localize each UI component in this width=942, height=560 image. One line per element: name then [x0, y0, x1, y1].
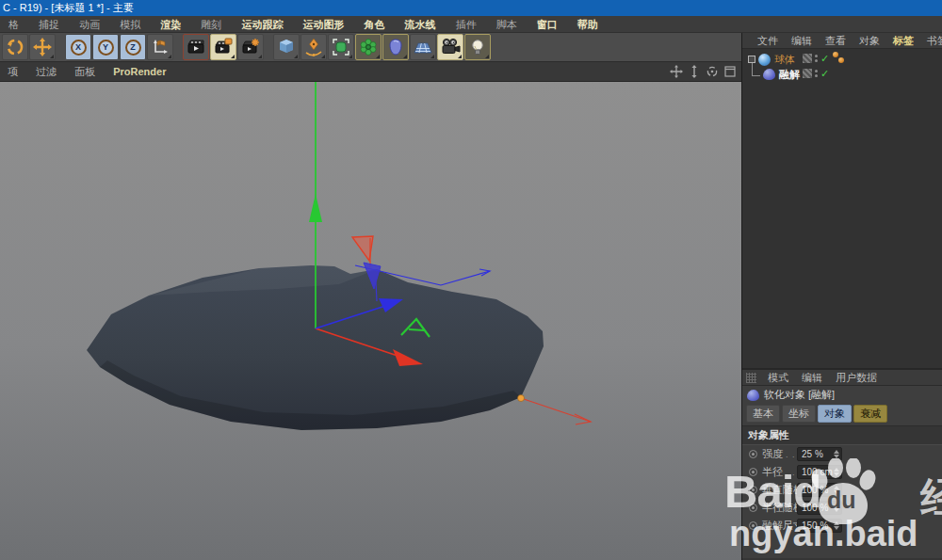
spinner-icon[interactable]: [834, 521, 839, 530]
right-panel: 文件 编辑 查看 对象 标签 书签 球体 ✓ 融解 ✓: [741, 33, 942, 560]
deformers-icon[interactable]: [382, 34, 409, 60]
keyframe-circle-icon[interactable]: [749, 504, 757, 512]
menu-sculpt[interactable]: 雕刻: [192, 16, 230, 33]
radial-randomness-input[interactable]: 100 %: [797, 501, 842, 515]
viewport-menu-panel[interactable]: 面板: [67, 62, 103, 82]
move-tool-icon[interactable]: [29, 34, 56, 60]
melt-deformer-icon: [747, 390, 759, 401]
camera-icon[interactable]: [437, 34, 463, 60]
menu-snap[interactable]: 捕捉: [30, 16, 68, 33]
enabled-check-icon[interactable]: ✓: [820, 69, 829, 78]
tab-falloff[interactable]: 衰减: [853, 405, 887, 423]
keyframe-circle-icon[interactable]: [749, 468, 757, 476]
spinner-icon[interactable]: [834, 504, 839, 512]
menu-plugins[interactable]: 插件: [447, 16, 485, 33]
rotate-tool-icon[interactable]: [2, 34, 28, 60]
spinner-icon[interactable]: [834, 450, 839, 458]
subdivision-surface-icon[interactable]: [328, 34, 354, 60]
layer-swatch-icon[interactable]: [803, 54, 812, 63]
z-axis-lock-button[interactable]: Z: [120, 34, 146, 60]
property-row-radial-randomness: 半径随机 . . . 100 %: [742, 499, 942, 517]
am-menu-edit[interactable]: 编辑: [795, 371, 829, 385]
viewport-pan-icon[interactable]: [670, 65, 683, 78]
spinner-icon[interactable]: [834, 468, 839, 476]
menu-help[interactable]: 帮助: [569, 16, 607, 33]
viewport-menubar: 项 过滤 面板 ProRender: [0, 62, 742, 82]
radius-input[interactable]: 100 cm: [797, 465, 842, 479]
attribute-manager-menubar: 模式 编辑 用户数据: [742, 370, 942, 386]
render-settings-icon[interactable]: [237, 34, 264, 60]
viewport-maximize-icon[interactable]: [723, 65, 737, 78]
generators-icon[interactable]: [355, 34, 382, 60]
light-icon[interactable]: [464, 34, 491, 60]
object-name-melt[interactable]: 融解: [779, 68, 800, 82]
am-menu-userdata[interactable]: 用户数据: [829, 371, 884, 385]
property-row-radius: 半径 . . . 100 cm: [742, 463, 942, 481]
tab-basic[interactable]: 基本: [746, 405, 780, 423]
object-tree: 球体 ✓ 融解 ✓: [742, 49, 942, 368]
object-name-sphere[interactable]: 球体: [774, 53, 795, 67]
menu-simulate[interactable]: 模拟: [111, 16, 149, 33]
visibility-dots-icon[interactable]: [815, 70, 818, 77]
vertical-randomness-input[interactable]: 100 %: [797, 483, 842, 497]
menu-animate[interactable]: 动画: [71, 16, 108, 33]
radius-handle-dot[interactable]: [518, 395, 525, 402]
enabled-check-icon[interactable]: ✓: [820, 54, 829, 63]
menu-window[interactable]: 窗口: [528, 16, 566, 33]
main-toolbar: X Y Z: [0, 33, 742, 62]
panel-drag-handle-icon[interactable]: [746, 373, 756, 383]
menu-motion-tracker[interactable]: 运动跟踪: [233, 16, 291, 33]
object-tags-icon[interactable]: [833, 52, 846, 65]
spline-pen-icon[interactable]: [300, 34, 327, 60]
visibility-dots-icon[interactable]: [815, 55, 818, 62]
render-picture-viewer-icon[interactable]: [210, 34, 236, 60]
object-row-sphere[interactable]: 球体 ✓: [742, 52, 942, 67]
om-menu-objects[interactable]: 对象: [853, 34, 886, 48]
y-axis-lock-button[interactable]: Y: [92, 34, 119, 60]
attribute-manager: 软化对象 [融解] 基本 坐标 对象 衰减 对象属性 强度 . . . 25 %…: [742, 386, 942, 558]
3d-viewport[interactable]: [0, 82, 742, 560]
keyframe-circle-icon[interactable]: [749, 450, 757, 458]
melted-size-input[interactable]: 150 %: [797, 519, 842, 533]
coordinate-system-icon[interactable]: [147, 34, 173, 60]
x-axis-lock-button[interactable]: X: [65, 34, 91, 60]
section-header-object-properties[interactable]: 对象属性: [742, 425, 942, 445]
keyframe-circle-icon[interactable]: [749, 521, 757, 530]
viewport-menu-options[interactable]: 项: [0, 62, 25, 82]
om-menu-file[interactable]: 文件: [751, 34, 785, 48]
tab-coordinates[interactable]: 坐标: [782, 405, 816, 423]
tab-object[interactable]: 对象: [818, 405, 852, 423]
property-label: 强度: [762, 447, 783, 461]
render-view-icon[interactable]: [183, 34, 209, 60]
y-axis-arrowhead[interactable]: [309, 194, 322, 222]
menu-script[interactable]: 脚本: [488, 16, 526, 33]
viewport-rotate-icon[interactable]: [706, 65, 719, 78]
menu-mograph[interactable]: 运动图形: [294, 16, 352, 33]
strength-input[interactable]: 25 %: [797, 447, 842, 461]
melt-deformer-icon[interactable]: [763, 69, 775, 80]
keyframe-circle-icon[interactable]: [749, 486, 757, 494]
menu-mesh[interactable]: 格: [0, 16, 27, 33]
y-axis-label: Y: [98, 40, 114, 56]
viewport-menu-filter[interactable]: 过滤: [28, 62, 64, 82]
property-label: 半径: [762, 465, 783, 479]
viewport-scene: [0, 82, 742, 560]
spinner-icon[interactable]: [834, 486, 839, 494]
am-menu-mode[interactable]: 模式: [761, 371, 795, 385]
om-menu-view[interactable]: 查看: [819, 34, 853, 48]
z-axis-label: Z: [125, 40, 141, 56]
viewport-zoom-icon[interactable]: [688, 65, 701, 78]
main-menubar: 格 捕捉 动画 模拟 渲染 雕刻 运动跟踪 运动图形 角色 流水线 插件 脚本 …: [0, 16, 942, 33]
om-menu-edit[interactable]: 编辑: [785, 34, 819, 48]
add-cube-primitive-icon[interactable]: [273, 34, 300, 60]
object-row-melt[interactable]: 融解 ✓: [742, 67, 942, 82]
viewport-menu-prorender[interactable]: ProRender: [106, 62, 173, 82]
floor-environment-icon[interactable]: [410, 34, 436, 60]
menu-character[interactable]: 角色: [356, 16, 394, 33]
om-menu-tags[interactable]: 标签: [886, 34, 920, 48]
om-menu-bookmarks[interactable]: 书签: [920, 34, 942, 48]
menu-render[interactable]: 渲染: [152, 16, 189, 33]
layer-swatch-icon[interactable]: [803, 69, 812, 78]
expand-toggle-icon[interactable]: [748, 56, 755, 63]
menu-pipeline[interactable]: 流水线: [397, 16, 445, 33]
